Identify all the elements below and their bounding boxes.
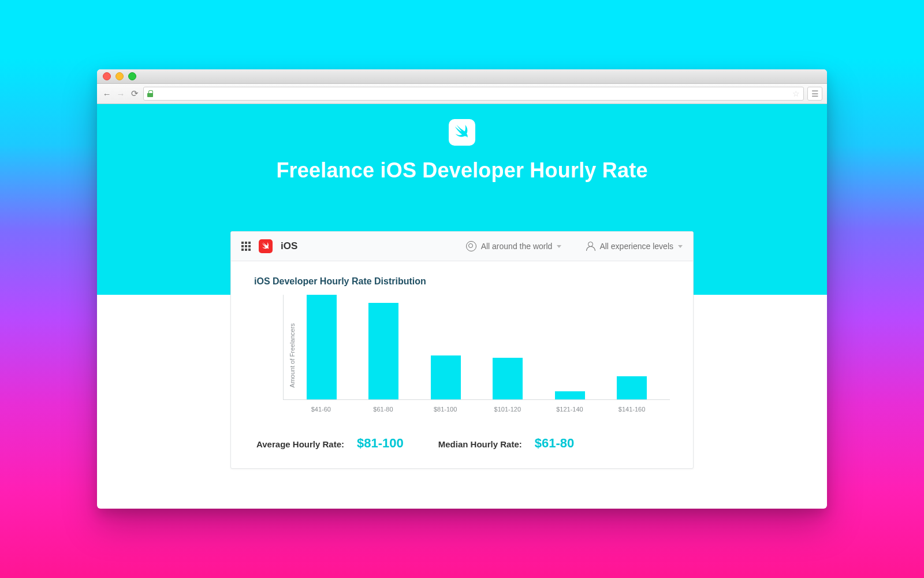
average-rate-label: Average Hourly Rate:: [256, 439, 344, 449]
page-title: Freelance iOS Developer Hourly Rate: [276, 158, 647, 183]
platform-label: iOS: [281, 240, 297, 252]
bookmark-star-icon[interactable]: ☆: [792, 89, 800, 98]
bar: [307, 295, 337, 399]
lock-icon: [147, 90, 153, 97]
x-tick-label: $61-80: [368, 402, 398, 416]
median-rate-stat: Median Hourly Rate: $61-80: [438, 436, 575, 451]
window-zoom-button[interactable]: [128, 72, 136, 80]
forward-button[interactable]: →: [116, 89, 126, 99]
rate-panel: iOS All around the world All experience …: [230, 231, 694, 469]
chevron-down-icon: [557, 245, 561, 248]
swift-logo-badge: [449, 119, 475, 146]
ios-swift-badge: [259, 239, 273, 253]
experience-filter[interactable]: All experience levels: [586, 242, 683, 251]
bar-chart: Amount of Freelancers $41-60$61-80$81-10…: [267, 295, 670, 416]
window-close-button[interactable]: [103, 72, 111, 80]
bar: [617, 376, 647, 399]
back-button[interactable]: ←: [102, 89, 112, 99]
browser-toolbar: ← → ⟳ ☆ ☰: [97, 84, 827, 104]
location-pin-icon: [466, 241, 476, 251]
bar: [555, 391, 585, 399]
location-filter-label: All around the world: [481, 242, 553, 251]
person-icon: [586, 242, 595, 251]
median-rate-value: $61-80: [535, 436, 575, 451]
window-minimize-button[interactable]: [116, 72, 124, 80]
plot-area: [283, 295, 670, 400]
median-rate-label: Median Hourly Rate:: [438, 439, 522, 449]
bar: [431, 355, 461, 399]
summary-stats: Average Hourly Rate: $81-100 Median Hour…: [254, 436, 670, 451]
x-tick-label: $141-160: [617, 402, 647, 416]
reload-button[interactable]: ⟳: [129, 88, 140, 99]
x-tick-label: $81-100: [430, 402, 460, 416]
panel-toolbar: iOS All around the world All experience …: [231, 232, 693, 261]
x-tick-label: $101-120: [493, 402, 523, 416]
chart-title: iOS Developer Hourly Rate Distribution: [254, 276, 670, 287]
apps-grid-icon[interactable]: [241, 242, 251, 251]
experience-filter-label: All experience levels: [599, 242, 673, 251]
swift-icon: [261, 242, 270, 251]
browser-window: ← → ⟳ ☆ ☰ Freelance iOS Developer Hourly…: [97, 69, 827, 509]
hamburger-menu-button[interactable]: ☰: [807, 87, 822, 101]
bar: [493, 358, 523, 399]
address-bar[interactable]: ☆: [143, 87, 804, 101]
bar: [368, 303, 398, 399]
average-rate-stat: Average Hourly Rate: $81-100: [256, 436, 404, 451]
average-rate-value: $81-100: [357, 436, 404, 451]
x-tick-label: $41-60: [306, 402, 336, 416]
location-filter[interactable]: All around the world: [466, 241, 562, 251]
x-tick-label: $121-140: [554, 402, 584, 416]
page-content: Freelance iOS Developer Hourly Rate iOS: [97, 104, 827, 509]
panel-body: iOS Developer Hourly Rate Distribution A…: [231, 261, 693, 468]
chevron-down-icon: [678, 245, 683, 248]
swift-icon: [453, 124, 471, 141]
window-titlebar: [97, 69, 827, 84]
